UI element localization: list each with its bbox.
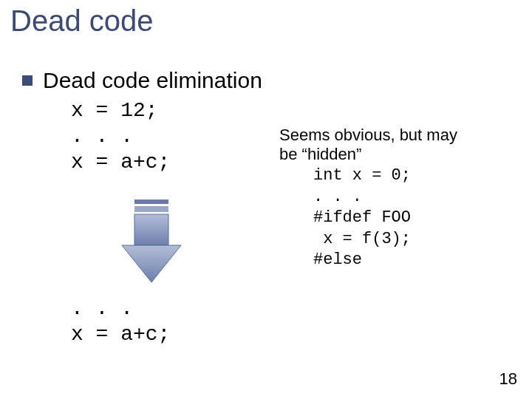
note-text: Seems obvious, but may be “hidden” bbox=[279, 126, 457, 165]
bullet-item: Dead code elimination bbox=[22, 68, 262, 93]
code-block-before: x = 12; . . . x = a+c; bbox=[71, 98, 170, 175]
svg-rect-2 bbox=[134, 214, 168, 245]
slide-title: Dead code bbox=[10, 4, 153, 38]
down-arrow-icon bbox=[118, 200, 185, 287]
note-line-1: Seems obvious, but may bbox=[279, 126, 457, 144]
svg-rect-0 bbox=[134, 200, 168, 204]
svg-marker-3 bbox=[122, 245, 181, 282]
note-line-2: be “hidden” bbox=[279, 145, 361, 163]
svg-rect-1 bbox=[134, 206, 168, 212]
slide: Dead code Dead code elimination x = 12; … bbox=[0, 0, 532, 399]
note-code-block: int x = 0; . . . #ifdef FOO x = f(3); #e… bbox=[313, 166, 411, 271]
code-block-after: . . . x = a+c; bbox=[71, 296, 170, 347]
square-bullet-icon bbox=[22, 75, 33, 86]
page-number: 18 bbox=[499, 369, 517, 389]
bullet-text: Dead code elimination bbox=[43, 68, 262, 93]
